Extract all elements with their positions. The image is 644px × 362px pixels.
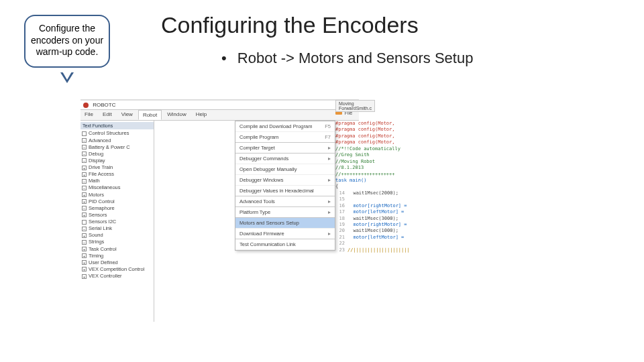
tree-item[interactable]: +File Access (80, 171, 154, 178)
code-line: //+++++++++++++++++++ (335, 172, 439, 178)
tree-item[interactable]: −Strings (80, 239, 154, 245)
menu-item[interactable]: Motors and Sensors Setup (235, 218, 335, 229)
code-line: 17 motor[leftMotor] = (335, 209, 439, 215)
tree-item[interactable]: +Sensors (80, 212, 154, 219)
code-line: #pragma config(Motor, (335, 121, 439, 127)
tree-item[interactable]: +Task Control (80, 246, 154, 253)
menu-item[interactable]: Compiler Target▸ (235, 143, 335, 154)
tree-item[interactable]: +PID Control (80, 198, 154, 205)
tree-item[interactable]: Control Structures (80, 130, 154, 137)
tree-item[interactable]: +VEX Controller (80, 273, 154, 280)
tree-item[interactable]: +Timing (80, 253, 154, 259)
ide-screenshot: ROBOTC File Edit View Robot Window Help … (80, 99, 359, 327)
tree-item[interactable]: −Miscellaneous (80, 184, 154, 191)
menu-item[interactable]: Test Communication Link (235, 239, 335, 250)
menu-item[interactable]: Debugger Windows▸ (235, 175, 335, 186)
code-line: //Moving Robot (335, 159, 439, 165)
tab-label: Moving ForwardSmith.c (339, 101, 372, 111)
code-line: 19 motor[rightMotor] = (335, 222, 439, 228)
code-line: 14 wait1Msec(2000); (335, 190, 439, 196)
menu-item[interactable]: Compile and Download ProgramF5 (235, 121, 335, 132)
code-line: 23//|||||||||||||||||||| (335, 247, 439, 253)
slide-bullet: • Robot -> Motors and Sensors Setup (221, 50, 473, 67)
app-icon (83, 103, 89, 108)
tree-item[interactable]: −Serial Link (80, 225, 154, 232)
slide-title: Configuring the Encoders (161, 12, 419, 38)
menu-item[interactable]: Compile ProgramF7 (235, 132, 335, 143)
bullet-dot: • (221, 50, 227, 66)
menu-edit[interactable]: Edit (99, 110, 116, 120)
code-line: task main() (335, 178, 439, 184)
menu-item[interactable]: Debugger Values in Hexadecimal (235, 186, 335, 196)
tree-item[interactable]: +User Defined (80, 259, 154, 266)
app-title-bar: ROBOTC (80, 101, 359, 110)
menu-help[interactable]: Help (192, 110, 211, 120)
callout-text: Configure the encoders on your warm-up c… (31, 23, 103, 57)
tree-item[interactable]: +VEX Competition Control (80, 266, 154, 273)
code-line: 15 (335, 196, 439, 202)
robot-menu-dropdown: Compile and Download ProgramF5Compile Pr… (235, 121, 335, 251)
menu-item[interactable]: Download Firmware▸ (235, 229, 335, 239)
tree-item[interactable]: −Math (80, 178, 154, 184)
function-tree: Text Functions Control Structures−Advanc… (80, 121, 154, 322)
callout-tail (60, 72, 74, 83)
menu-item[interactable]: Open Debugger Manually (235, 164, 335, 175)
tree-item[interactable]: −Semaphore (80, 205, 154, 212)
menu-item[interactable]: Advanced Tools▸ (235, 196, 335, 207)
tree-item[interactable]: −Debug (80, 151, 154, 158)
tree-item[interactable]: +Sound (80, 232, 154, 239)
menu-item[interactable]: Platform Type▸ (235, 207, 335, 218)
code-line: #pragma config(Motor, (335, 139, 439, 145)
menu-window[interactable]: Window (163, 110, 190, 120)
code-line: 16 motor[rightMotor] = (335, 203, 439, 209)
code-line: 18 wait1Msec(3000); (335, 216, 439, 222)
code-line: //8.1.2013 (335, 165, 439, 171)
code-line: { (335, 184, 439, 190)
tree-header: Text Functions (80, 122, 154, 129)
tree-item[interactable]: +Motors (80, 192, 154, 198)
bullet-text: Robot -> Motors and Sensors Setup (237, 50, 474, 66)
tree-item[interactable]: −Display (80, 158, 154, 164)
app-name: ROBOTC (93, 102, 115, 108)
menubar: File Edit View Robot Window Help (80, 110, 359, 121)
code-line: 22 (335, 241, 439, 247)
menu-item[interactable]: Debugger Commands▸ (235, 154, 335, 164)
code-line: 20 wait1Msec(1000); (335, 228, 439, 234)
code-line: 21 motor[leftMotor] = (335, 235, 439, 241)
menu-view[interactable]: View (117, 110, 137, 120)
callout-bubble: Configure the encoders on your warm-up c… (24, 15, 110, 68)
code-line: //Greg Smith (335, 152, 439, 158)
code-editor[interactable]: #pragma config(Motor,#pragma config(Moto… (335, 121, 439, 253)
code-line: #pragma config(Motor, (335, 127, 439, 133)
tree-item[interactable]: −Advanced (80, 137, 154, 144)
tree-item[interactable]: −Battery & Power C (80, 144, 154, 151)
menu-robot[interactable]: Robot (138, 110, 162, 120)
tree-item[interactable]: Sensors I2C (80, 219, 154, 225)
tree-item[interactable]: +Drive Train (80, 164, 154, 171)
code-line: //*!!Code automatically (335, 146, 439, 152)
menu-file[interactable]: File (80, 110, 97, 120)
code-line: #pragma config(Motor, (335, 133, 439, 139)
editor-tab[interactable]: Moving ForwardSmith.c (335, 100, 375, 112)
